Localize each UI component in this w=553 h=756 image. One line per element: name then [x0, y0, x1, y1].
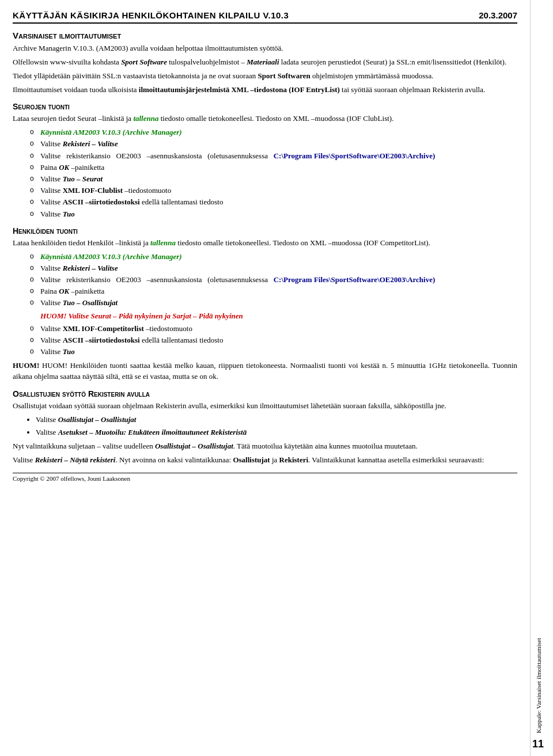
- bullet-item: Valitse Osallistujat – Osallistujat: [36, 415, 517, 426]
- doc-footer: Copyright © 2007 olfellows, Jouni Laakso…: [13, 473, 517, 482]
- list-item: Valitse Tuo – Osallistujat HUOM! Valitse…: [30, 298, 517, 321]
- list-item: Valitse ASCII –siirtotiedostoksi edellä …: [30, 335, 517, 345]
- para-huom-henkiloiden: HUOM! HUOM! Henkilöiden tuonti saattaa k…: [13, 360, 517, 382]
- para-olfellowsin: Olfellowsin www-sivuilta kohdasta Sport …: [13, 57, 517, 68]
- list-item: Valitse XML IOF-Competitorlist –tiedosto…: [30, 324, 517, 334]
- henkiloiden-list: Käynnistä AM2003 V.10.3 (Archive Manager…: [30, 252, 517, 358]
- osallistujien-bullet-list: Valitse Osallistujat – Osallistujat Vali…: [36, 415, 517, 438]
- main-content: Käyttäjän käsikirja Henkilökohtainen kil…: [0, 0, 530, 756]
- seurojen-list: Käynnistä AM2003 V.10.3 (Archive Manager…: [30, 127, 517, 219]
- list-item: Valitse Rekisteri – Valitse: [30, 139, 517, 149]
- right-sidebar: Kappale: Varsinaiset ilmoittautumiset 11: [530, 0, 546, 756]
- para-valintaikkuna: Nyt valintaikkuna suljetaan – valitse uu…: [13, 441, 517, 452]
- list-item: Valitse Tuo: [30, 209, 517, 219]
- page-number: 11: [532, 738, 544, 750]
- section-heading-seurojen: Seurojen tuonti: [13, 102, 517, 111]
- list-item: Valitse Tuo: [30, 347, 517, 357]
- para-henkiloiden-lataa: Lataa henkilöiden tiedot Henkilöt –linki…: [13, 238, 517, 249]
- para-osallistujat-intro: Osallistujat voidaan syöttää suoraan ohj…: [13, 401, 517, 412]
- bullet-item: Valitse Asetukset – Muotoilu: Etukäteen …: [36, 427, 517, 438]
- list-item: Valitse XML IOF-Clublist –tiedostomuoto: [30, 185, 517, 196]
- doc-title: Käyttäjän käsikirja Henkilökohtainen kil…: [13, 10, 289, 20]
- section-heading-henkiloiden: Henkilöiden tuonti: [13, 226, 517, 235]
- list-item: Paina OK –painiketta: [30, 162, 517, 173]
- list-item: Käynnistä AM2003 V.10.3 (Archive Manager…: [30, 252, 517, 262]
- list-item: Valitse rekisterikansio OE2003 –asennusk…: [30, 275, 517, 285]
- list-item: Valitse Rekisteri – Valitse: [30, 263, 517, 273]
- para-tiedot: Tiedot ylläpidetään päivittäin SSL:n vas…: [13, 71, 517, 82]
- para-seurojen-lataa: Lataa seurojen tiedot Seurat –linkistä j…: [13, 113, 517, 124]
- section-heading-varsinaiset: Varsinaiset ilmoittautumiset: [13, 31, 517, 40]
- list-item: Valitse ASCII –siirtotiedostoksi edellä …: [30, 197, 517, 207]
- list-item: Valitse rekisterikansio OE2003 –asennusk…: [30, 151, 517, 161]
- list-item: Valitse Tuo – Seurat: [30, 174, 517, 184]
- section-heading-osallistujien: Osallistujien syöttö Rekisterin avulla: [13, 389, 517, 398]
- para-archive: Archive Managerin V.10.3. (AM2003) avull…: [13, 43, 517, 54]
- list-item: Käynnistä AM2003 V.10.3 (Archive Manager…: [30, 127, 517, 138]
- doc-date: 20.3.2007: [479, 10, 517, 20]
- para-rekisteri-nayta: Valitse Rekisteri – Näytä rekisteri. Nyt…: [13, 455, 517, 466]
- sidebar-chapter-label: Kappale: Varsinaiset ilmoittautumiset: [535, 638, 542, 733]
- para-ilmoittautumiset: Ilmoittautumiset voidaan tuoda ulkoisist…: [13, 85, 517, 96]
- doc-header: Käyttäjän käsikirja Henkilökohtainen kil…: [13, 10, 517, 24]
- list-item: Paina OK –painiketta: [30, 286, 517, 297]
